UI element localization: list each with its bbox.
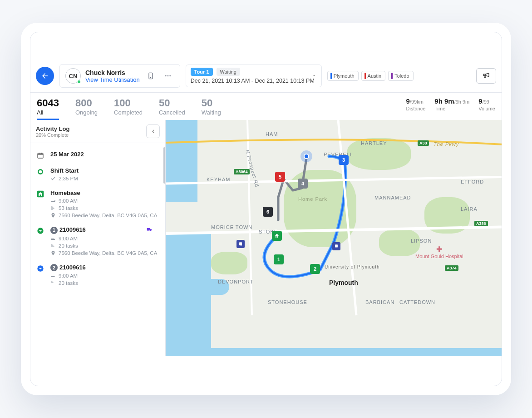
stat-tab[interactable]: 100Completed: [114, 97, 143, 116]
stat-tab[interactable]: 50Cancelled: [159, 97, 185, 116]
home-icon: [36, 189, 45, 218]
announce-button[interactable]: [476, 68, 496, 84]
svg-point-2: [165, 75, 167, 77]
gps-current-location: [300, 150, 312, 162]
chevron-down-icon: [311, 72, 317, 80]
hospital-label: ✚Mount Gould Hospital: [415, 245, 463, 259]
city-tag[interactable]: Toledo: [388, 71, 413, 81]
activity-sidebar: Activity Log 20% Complete 25 Mar 2022 Sh…: [30, 120, 166, 356]
phone-icon[interactable]: [144, 70, 157, 82]
stop-status-icon: [36, 226, 45, 256]
stop-status-icon: [36, 264, 45, 286]
map-pin-5[interactable]: 5: [275, 172, 285, 182]
scrollbar[interactable]: [163, 147, 165, 184]
online-dot: [77, 80, 81, 84]
tour-status: Waiting: [217, 68, 240, 76]
svg-point-4: [169, 75, 171, 77]
svg-point-1: [150, 77, 151, 78]
user-card[interactable]: CN Chuck Norris View Time Utilisation: [59, 64, 180, 88]
svg-point-18: [240, 245, 241, 246]
log-stop-1[interactable]: 121009616 9:00 AM 20 tasks 7560 Beedie W…: [36, 222, 160, 260]
tour-selector[interactable]: Tour 1 Waiting Dec 21, 2021 10:13 AM - D…: [186, 65, 322, 87]
log-shift-start[interactable]: Shift Start 2:35 PM: [36, 163, 160, 185]
svg-rect-5: [38, 153, 43, 158]
map-pin-2[interactable]: 2: [310, 264, 320, 274]
stat-tab[interactable]: 800Ongoing: [75, 97, 98, 116]
city-tag[interactable]: Plymouth: [327, 71, 359, 81]
tour-date-range: Dec 21, 2021 10:13 AM - Dec 21, 2021 10:…: [191, 78, 317, 84]
vehicle-icon: [145, 226, 153, 234]
shift-icon: [36, 167, 45, 181]
stop-index-badge: 2: [50, 264, 58, 271]
time-utilisation-link[interactable]: View Time Utilisation: [85, 76, 140, 83]
log-homebase[interactable]: Homebase 9:00 AM 53 tasks 7560 Beedie Wa…: [36, 185, 160, 222]
metric: 9/99Volume: [478, 97, 495, 111]
header-bar: CN Chuck Norris View Time Utilisation To…: [30, 64, 502, 93]
calendar-icon: [36, 151, 45, 159]
map-view[interactable]: HAM HARTLEY PEVERELL KEYHAM EFFORD MANNA…: [166, 120, 502, 356]
city-tag[interactable]: Austin: [361, 71, 386, 81]
svg-rect-20: [335, 244, 338, 247]
svg-rect-17: [239, 242, 242, 245]
map-pin-1[interactable]: 1: [274, 254, 284, 264]
back-button[interactable]: [36, 67, 54, 85]
metric: 9h 9m/9h 9mTime: [434, 97, 469, 111]
log-stop-2[interactable]: 221009616 9:00 AM 20 tasks: [36, 260, 160, 290]
map-pin-3[interactable]: 3: [339, 155, 349, 165]
city-tags: PlymouthAustinToledo: [327, 71, 414, 81]
more-icon[interactable]: [162, 70, 174, 82]
map-pin-4[interactable]: 4: [298, 179, 308, 189]
svg-point-9: [38, 169, 42, 174]
map-pin-home[interactable]: [272, 231, 282, 241]
map-pin-6[interactable]: 6: [263, 207, 273, 217]
stop-index-badge: 1: [50, 227, 58, 234]
metrics: 9/99kmDistance9h 9m/9h 9mTime9/99Volume: [406, 97, 496, 111]
activity-log-title: Activity Log: [36, 125, 69, 132]
transit-icon: [332, 242, 340, 250]
metric: 9/99kmDistance: [406, 97, 426, 111]
user-name: Chuck Norris: [85, 69, 140, 76]
avatar: CN: [65, 68, 81, 84]
log-date-row: 25 Mar 2022: [36, 147, 160, 163]
tour-badge: Tour 1: [191, 68, 213, 76]
stat-tab[interactable]: 6043All: [37, 97, 59, 120]
activity-log-subtitle: 20% Complete: [36, 132, 69, 138]
collapse-sidebar-button[interactable]: [146, 124, 160, 138]
stats-bar: 6043All800Ongoing100Completed50Cancelled…: [30, 93, 502, 120]
transit-icon: [236, 240, 245, 248]
svg-point-19: [241, 245, 241, 246]
stat-tab[interactable]: 50Waiting: [202, 97, 221, 116]
svg-point-3: [167, 75, 168, 77]
map-city-label: Plymouth: [329, 279, 358, 286]
activity-log-list: 25 Mar 2022 Shift Start 2:35 PM Homebase…: [30, 143, 165, 294]
